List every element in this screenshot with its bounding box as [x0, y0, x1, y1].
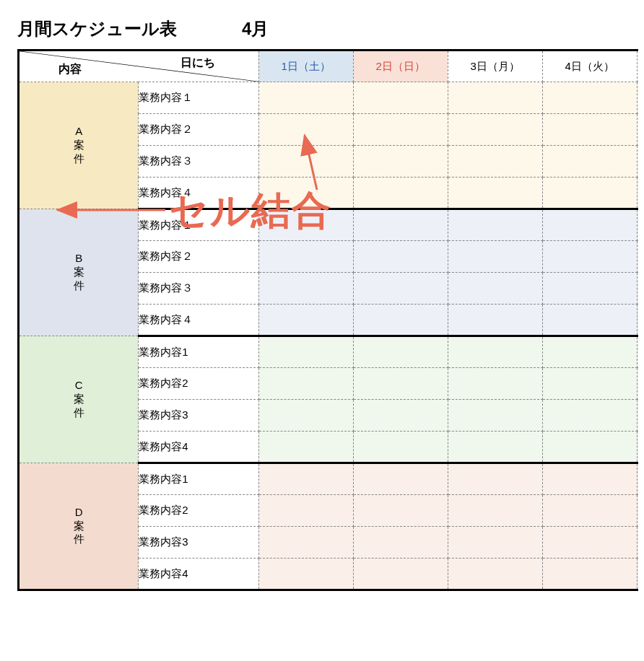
project-label-char: 案	[74, 393, 84, 406]
schedule-cell	[353, 114, 448, 146]
schedule-cell	[258, 559, 353, 590]
schedule-cell	[637, 209, 638, 241]
schedule-cell	[353, 146, 448, 178]
task-cell: 業務内容２	[139, 241, 258, 273]
task-cell: 業務内容4	[139, 432, 258, 463]
project-label-char: C	[75, 379, 83, 393]
schedule-cell	[448, 241, 542, 273]
task-cell: 業務内容2	[139, 495, 258, 527]
schedule-cell	[637, 146, 638, 178]
day-header-4: 4日（火）	[542, 51, 637, 82]
schedule-cell	[353, 432, 448, 463]
schedule-cell	[448, 432, 542, 463]
schedule-cell	[542, 495, 637, 527]
schedule-cell	[448, 463, 542, 495]
schedule-cell	[353, 495, 448, 527]
project-label-char: 案	[74, 520, 84, 533]
schedule-cell	[258, 368, 353, 400]
schedule-cell	[353, 273, 448, 305]
day-header-2: 2日（日）	[353, 51, 448, 82]
table-wrap: 日にち 内容 1日（土） 2日（日） 3日（月） 4日（火） A案件業務内容１業…	[17, 49, 638, 591]
schedule-cell	[448, 209, 542, 241]
schedule-cell	[637, 400, 638, 432]
schedule-cell	[637, 273, 638, 305]
table-row: D案件業務内容1	[19, 463, 639, 495]
task-cell: 業務内容２	[139, 114, 258, 146]
schedule-cell	[353, 527, 448, 559]
schedule-cell	[542, 241, 637, 273]
schedule-cell	[542, 178, 637, 209]
task-cell: 業務内容４	[139, 305, 258, 336]
schedule-cell	[637, 432, 638, 463]
schedule-cell	[258, 305, 353, 336]
task-cell: 業務内容2	[139, 368, 258, 400]
schedule-cell	[258, 432, 353, 463]
project-cell-a: A案件	[19, 82, 139, 209]
schedule-cell	[637, 114, 638, 146]
table-row: A案件業務内容１	[19, 82, 639, 114]
schedule-cell	[353, 559, 448, 590]
project-label-char: 件	[74, 406, 84, 420]
schedule-cell	[258, 527, 353, 559]
schedule-cell	[637, 82, 638, 114]
schedule-cell	[258, 209, 353, 241]
schedule-cell	[258, 178, 353, 209]
schedule-cell	[637, 463, 638, 495]
table-body: A案件業務内容１業務内容２業務内容３業務内容４B案件業務内容１業務内容２業務内容…	[19, 82, 639, 590]
schedule-cell	[258, 146, 353, 178]
schedule-cell	[448, 82, 542, 114]
schedule-cell	[258, 273, 353, 305]
schedule-cell	[258, 82, 353, 114]
schedule-cell	[542, 463, 637, 495]
corner-day-label: 日にち	[180, 56, 215, 71]
task-cell: 業務内容３	[139, 273, 258, 305]
title-bar: 月間スケジュール表 4月	[17, 17, 627, 40]
schedule-cell	[448, 495, 542, 527]
schedule-cell	[542, 336, 637, 368]
project-cell-b: B案件	[19, 209, 139, 336]
project-label-char: A	[75, 125, 82, 139]
schedule-cell	[353, 241, 448, 273]
day-header-3: 3日（月）	[448, 51, 542, 82]
schedule-cell	[448, 527, 542, 559]
schedule-cell	[542, 82, 637, 114]
task-cell: 業務内容1	[139, 463, 258, 495]
schedule-cell	[448, 368, 542, 400]
table-row: B案件業務内容１	[19, 209, 639, 241]
project-label-char: 件	[74, 533, 84, 546]
schedule-cell	[637, 305, 638, 336]
project-label-char: B	[75, 252, 82, 266]
schedule-cell	[542, 527, 637, 559]
schedule-cell	[448, 400, 542, 432]
schedule-table: 日にち 内容 1日（土） 2日（日） 3日（月） 4日（火） A案件業務内容１業…	[17, 49, 638, 591]
schedule-cell	[542, 305, 637, 336]
schedule-cell	[353, 336, 448, 368]
task-cell: 業務内容３	[139, 146, 258, 178]
task-cell: 業務内容3	[139, 400, 258, 432]
day-header-1: 1日（土）	[258, 51, 353, 82]
schedule-cell	[353, 82, 448, 114]
schedule-cell	[542, 146, 637, 178]
project-label-char: D	[75, 506, 83, 520]
schedule-cell	[258, 400, 353, 432]
table-row: C案件業務内容1	[19, 336, 639, 368]
schedule-cell	[448, 178, 542, 209]
schedule-cell	[637, 368, 638, 400]
project-cell-d: D案件	[19, 463, 139, 590]
header-corner-cell: 日にち 内容	[19, 51, 259, 82]
schedule-cell	[637, 241, 638, 273]
task-cell: 業務内容4	[139, 559, 258, 590]
schedule-cell	[637, 527, 638, 559]
schedule-cell	[258, 114, 353, 146]
page-title: 月間スケジュール表	[17, 17, 177, 40]
schedule-cell	[542, 559, 637, 590]
schedule-cell	[448, 559, 542, 590]
schedule-cell	[637, 336, 638, 368]
schedule-cell	[542, 400, 637, 432]
task-cell: 業務内容１	[139, 209, 258, 241]
schedule-cell	[353, 368, 448, 400]
schedule-cell	[542, 273, 637, 305]
schedule-cell	[542, 114, 637, 146]
schedule-cell	[258, 495, 353, 527]
day-header-5	[637, 51, 638, 82]
